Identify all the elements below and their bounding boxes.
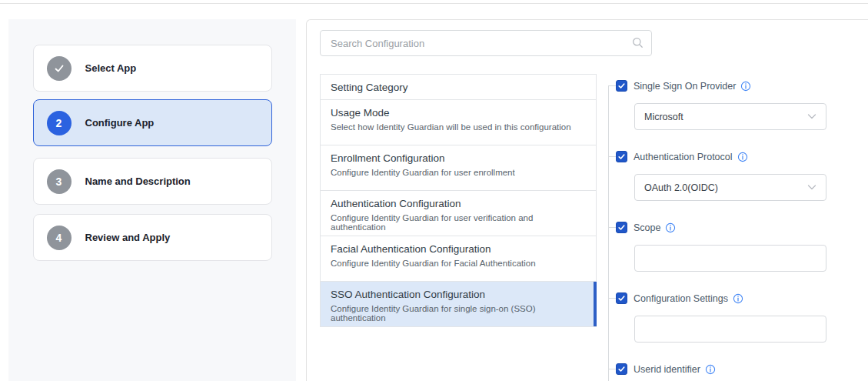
- step-label: Configure App: [85, 117, 155, 129]
- checkbox-check-icon: [617, 152, 626, 161]
- stepper-step[interactable]: 2 Configure App: [33, 99, 272, 146]
- category-description: Select how Identity Guardian will be use…: [331, 122, 588, 132]
- setting-category-table: Setting Category Usage Mode Select how I…: [320, 74, 597, 327]
- category-title: Enrollment Configuration: [331, 152, 588, 164]
- info-icon[interactable]: [740, 81, 751, 92]
- field-checkbox-row: Userid identifier: [616, 363, 868, 375]
- field-control[interactable]: OAuth 2.0(OIDC): [634, 174, 826, 201]
- step-number-circle: 2: [47, 111, 72, 135]
- category-title: Usage Mode: [331, 107, 588, 119]
- search-input[interactable]: [320, 30, 652, 56]
- checkbox-check-icon: [617, 365, 626, 373]
- info-icon[interactable]: [733, 293, 743, 304]
- setting-field: Scope: [608, 222, 868, 272]
- field-checkbox[interactable]: [616, 363, 627, 375]
- setting-field: Userid identifier: [608, 363, 868, 375]
- stepper-step[interactable]: 3 Name and Description: [33, 158, 272, 205]
- field-checkbox-row: Scope: [616, 222, 868, 233]
- step-number: 4: [56, 232, 62, 244]
- category-description: Configure Identity Guardian for user enr…: [331, 168, 588, 177]
- category-description: Configure Identity Guardian for user ver…: [331, 213, 588, 232]
- category-title: Authentication Configuration: [331, 198, 588, 209]
- setting-field: Single Sign On Provider Microsoft: [608, 80, 868, 130]
- stepper-panel: Select App 2 Configure App 3 Name and De…: [8, 19, 296, 381]
- category-title: Facial Authentication Configuration: [331, 243, 588, 255]
- field-control[interactable]: Microsoft: [634, 103, 826, 130]
- checkbox-check-icon: [617, 223, 626, 232]
- top-divider: [0, 3, 868, 4]
- field-label: Authentication Protocol: [634, 152, 733, 162]
- field-value: OAuth 2.0(OIDC): [644, 182, 807, 193]
- chevron-down-icon: [807, 114, 816, 119]
- setting-category-item[interactable]: Facial Authentication Configuration Conf…: [321, 236, 596, 282]
- field-checkbox[interactable]: [616, 292, 627, 304]
- field-checkbox-row: Authentication Protocol: [616, 151, 868, 162]
- setting-category-list: Usage Mode Select how Identity Guardian …: [321, 100, 596, 327]
- step-label: Select App: [85, 62, 137, 74]
- setting-category-item[interactable]: SSO Authentication Configuration Configu…: [321, 282, 596, 327]
- checkbox-check-icon: [617, 294, 626, 302]
- chevron-down-icon: [807, 185, 816, 190]
- field-label: Scope: [634, 222, 660, 233]
- field-checkbox[interactable]: [616, 222, 627, 233]
- step-number-circle: 4: [47, 226, 72, 250]
- field-checkbox[interactable]: [616, 151, 627, 162]
- field-control[interactable]: [634, 245, 826, 272]
- field-checkbox-row: Single Sign On Provider: [616, 80, 868, 92]
- field-label: Configuration Settings: [634, 293, 728, 304]
- info-icon[interactable]: [705, 364, 716, 375]
- setting-category-item[interactable]: Enrollment Configuration Configure Ident…: [321, 145, 596, 191]
- field-label: Single Sign On Provider: [634, 81, 736, 92]
- setting-field: Authentication Protocol OAuth 2.0(OIDC): [608, 151, 868, 201]
- field-label: Userid identifier: [634, 364, 700, 375]
- field-value: Microsoft: [644, 112, 807, 122]
- stepper-step[interactable]: 4 Review and Apply: [33, 214, 272, 261]
- setting-field: Configuration Settings: [608, 292, 868, 343]
- field-checkbox-row: Configuration Settings: [616, 292, 868, 304]
- step-number: 2: [56, 117, 62, 129]
- sso-settings-panel: Single Sign On Provider Microsoft: [608, 20, 868, 381]
- field-checkbox[interactable]: [616, 80, 627, 92]
- check-icon: [53, 62, 65, 75]
- info-icon[interactable]: [665, 222, 676, 233]
- category-title: SSO Authentication Configuration: [331, 289, 588, 300]
- step-number-circle: 3: [47, 169, 72, 194]
- step-label: Review and Apply: [85, 232, 171, 243]
- search-field-wrap: [320, 30, 652, 56]
- setting-category-item[interactable]: Authentication Configuration Configure I…: [321, 191, 596, 236]
- category-description: Configure Identity Guardian for single s…: [331, 304, 588, 323]
- setting-category-item[interactable]: Usage Mode Select how Identity Guardian …: [321, 100, 596, 145]
- field-control[interactable]: [634, 316, 826, 343]
- step-label: Name and Description: [85, 175, 191, 187]
- info-icon[interactable]: [737, 152, 748, 162]
- category-description: Configure Identity Guardian for Facial A…: [331, 259, 588, 268]
- setting-category-header: Setting Category: [321, 75, 596, 100]
- configuration-card: Setting Category Usage Mode Select how I…: [306, 19, 868, 381]
- step-number-circle: [47, 56, 72, 81]
- step-number: 3: [56, 175, 62, 188]
- stepper-step[interactable]: Select App: [33, 45, 272, 92]
- checkbox-check-icon: [617, 82, 626, 90]
